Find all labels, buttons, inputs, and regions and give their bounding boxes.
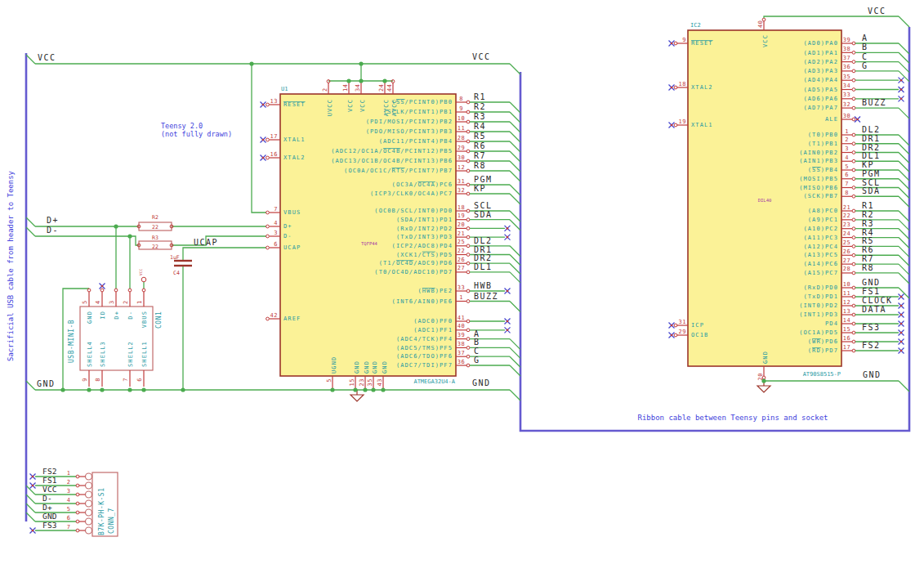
net-label-FS1[interactable]: FS1 — [42, 476, 57, 485]
net-label-FS2[interactable]: FS2 — [862, 341, 881, 350]
net-label-ic2-vcc[interactable]: VCC — [868, 7, 886, 16]
net-label-dminus[interactable]: D- — [47, 226, 59, 235]
u1-reference[interactable]: U1 — [281, 86, 288, 92]
net-label-R5[interactable]: R5 — [862, 236, 874, 245]
u1-pin-number: 1 — [459, 294, 463, 301]
net-label-BUZZ[interactable]: BUZZ — [862, 98, 886, 107]
net-label-SDA[interactable]: SDA — [474, 210, 493, 219]
net-label-R8[interactable]: R8 — [474, 161, 486, 170]
net-label-R5[interactable]: R5 — [474, 132, 486, 141]
net-label-D-[interactable]: D- — [42, 494, 52, 503]
ic2-pin-number: 23 — [843, 222, 850, 228]
net-label-HWB[interactable]: HWB — [474, 281, 493, 290]
u1-pin-number: 20 — [458, 222, 465, 228]
net-label-DL1[interactable]: DL1 — [862, 151, 881, 160]
net-label-KP[interactable]: KP — [862, 160, 874, 169]
net-label-GND[interactable]: GND — [42, 512, 57, 521]
net-label-BUZZ[interactable]: BUZZ — [474, 292, 498, 301]
net-label-FS3[interactable]: FS3 — [42, 521, 57, 530]
annotation-teensy-line1[interactable]: Teensy 2.0 — [161, 122, 203, 130]
net-label-DR1[interactable]: DR1 — [862, 134, 881, 143]
u1-pin-number: 30 — [458, 154, 465, 161]
net-label-DR2[interactable]: DR2 — [862, 143, 881, 152]
ic2-package[interactable]: DIL40 — [758, 198, 772, 203]
net-label-dplus[interactable]: D+ — [47, 216, 59, 225]
ic2-pin-number: 35 — [843, 74, 850, 80]
net-label-SDA[interactable]: SDA — [862, 186, 881, 195]
net-label-ic2-gnd[interactable]: GND — [863, 370, 882, 379]
u1-part-number[interactable]: ATMEGA32U4-A — [413, 378, 455, 385]
net-label-DR2[interactable]: DR2 — [474, 253, 493, 262]
ic2-pin-number: 1 — [845, 128, 849, 135]
net-label-gnd-left[interactable]: GND — [37, 379, 56, 388]
r3-reference[interactable]: R3 — [152, 235, 158, 241]
net-label-R4[interactable]: R4 — [474, 122, 486, 131]
net-label-R1[interactable]: R1 — [474, 92, 486, 101]
r2-reference[interactable]: R2 — [152, 214, 158, 221]
net-label-DL2[interactable]: DL2 — [862, 125, 881, 134]
u1-pin-number: 16 — [270, 151, 278, 158]
annotation-ribbon-note[interactable]: Ribbon cable between Teensy pins and soc… — [638, 414, 828, 422]
net-label-FS3[interactable]: FS3 — [862, 323, 881, 332]
net-label-R1[interactable]: R1 — [862, 201, 874, 210]
net-label-R6[interactable]: R6 — [862, 245, 874, 254]
u1-pin-number: 36 — [458, 359, 465, 365]
ic2-part-number[interactable]: AT90S8515-P — [803, 371, 841, 378]
net-label-B[interactable]: B — [862, 43, 868, 51]
net-label-SCL[interactable]: SCL — [862, 178, 881, 187]
net-label-SCL[interactable]: SCL — [474, 201, 493, 210]
net-label-VCC[interactable]: VCC — [42, 485, 57, 494]
net-label-R2[interactable]: R2 — [474, 102, 486, 111]
net-label-R4[interactable]: R4 — [862, 228, 874, 237]
ic2-reference[interactable]: IC2 — [690, 22, 701, 29]
c4-reference[interactable]: C4 — [173, 270, 180, 276]
net-label-R6[interactable]: R6 — [474, 141, 486, 150]
net-label-C[interactable]: C — [474, 347, 480, 356]
no-connect-dot — [900, 350, 903, 352]
net-label-DL2[interactable]: DL2 — [474, 236, 493, 245]
net-label-DATA[interactable]: DATA — [862, 305, 886, 314]
net-label-DR1[interactable]: DR1 — [474, 245, 493, 254]
net-label-R2[interactable]: R2 — [862, 210, 874, 219]
net-label-A[interactable]: A — [862, 34, 868, 43]
ic2-pin-name: (INT1)PD3 — [799, 311, 838, 318]
net-label-A[interactable]: A — [474, 329, 480, 338]
u1-pin-name: (ADC5/TMS)PF5 — [396, 345, 453, 351]
ic2-pin-number: 31 — [679, 319, 686, 325]
net-label-gnd-right[interactable]: GND — [472, 378, 491, 387]
net-label-DL1[interactable]: DL1 — [474, 262, 493, 271]
conn7-reference[interactable]: CONN_7 — [108, 508, 115, 534]
net-label-R7[interactable]: R7 — [862, 254, 874, 263]
r3-value[interactable]: 22 — [152, 244, 158, 250]
net-label-R7[interactable]: R7 — [474, 151, 486, 160]
net-label-D+[interactable]: D+ — [42, 503, 52, 512]
net-label-vcc-left[interactable]: VCC — [38, 53, 56, 62]
annotation-teensy-line2[interactable]: (not fully drawn) — [161, 130, 232, 138]
net-label-PGM[interactable]: PGM — [862, 169, 881, 178]
ic2-pin-name: (AD2)PA2 — [803, 59, 838, 65]
net-label-ucap[interactable]: UCAP — [194, 238, 218, 247]
net-label-R3[interactable]: R3 — [474, 112, 486, 121]
u1-pin-number: 12 — [458, 164, 465, 171]
net-label-KP[interactable]: KP — [474, 184, 486, 193]
con1-reference[interactable]: CON1 — [155, 311, 163, 329]
c4-value[interactable]: 1uF — [170, 254, 180, 261]
conn7-part-number[interactable]: B7K-PH-K-S1 — [98, 488, 105, 535]
net-label-G[interactable]: G — [862, 61, 868, 70]
net-label-R3[interactable]: R3 — [862, 219, 874, 228]
net-label-GND[interactable]: GND — [862, 278, 881, 287]
net-label-vcc-right[interactable]: VCC — [472, 52, 491, 61]
net-label-B[interactable]: B — [474, 338, 480, 347]
net-label-C[interactable]: C — [862, 52, 868, 61]
net-label-G[interactable]: G — [474, 356, 480, 365]
net-label-R8[interactable]: R8 — [862, 263, 874, 272]
con1-part-number[interactable]: USB-MINI-B — [68, 320, 75, 363]
net-label-CLOCK[interactable]: CLOCK — [862, 296, 893, 305]
no-connect-dot — [262, 104, 265, 106]
r2-value[interactable]: 22 — [152, 224, 158, 231]
net-label-PGM[interactable]: PGM — [474, 175, 493, 184]
u1-package[interactable]: TQFP44 — [361, 241, 378, 246]
net-label-FS1[interactable]: FS1 — [862, 287, 881, 296]
annotation-cable-note[interactable]: Sacrificial USB cable from header to Tee… — [7, 170, 15, 361]
net-label-FS2[interactable]: FS2 — [42, 467, 57, 476]
